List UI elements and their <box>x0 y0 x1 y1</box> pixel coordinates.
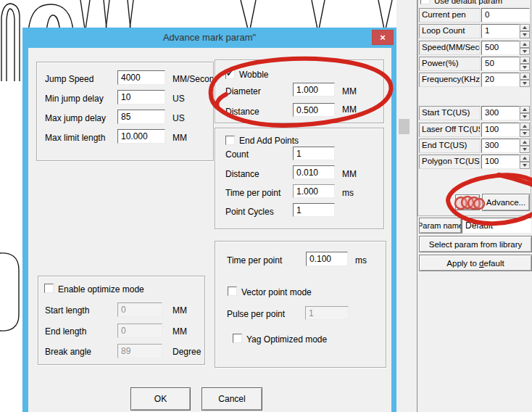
dialog-titlebar[interactable]: Advance mark param" <box>22 28 396 48</box>
power-input[interactable]: 50 <box>481 57 520 71</box>
max-jump-delay-label: Max jump delay <box>45 113 106 123</box>
end-add-points-checkbox[interactable] <box>225 136 235 145</box>
param-name-input[interactable]: Default <box>462 218 532 234</box>
max-jump-delay-unit: US <box>173 113 213 123</box>
yag-optimized-label: Yag Optimized mode <box>246 334 327 345</box>
count-label: Count <box>225 149 249 160</box>
end-length-input: 0 <box>117 324 162 338</box>
vector-point-mode-checkbox[interactable] <box>228 287 237 296</box>
spinner-down-icon[interactable] <box>520 113 530 120</box>
advance-button[interactable]: Advance... <box>482 194 530 211</box>
param-label-cell: Start TC(US) <box>419 106 481 120</box>
yag-optimized-checkbox[interactable] <box>233 334 242 343</box>
use-default-param-checkbox[interactable] <box>420 0 430 4</box>
spinner-down-icon[interactable] <box>520 162 530 169</box>
enable-optimize-label: Enable optimize mode <box>58 284 144 294</box>
min-jump-delay-unit: US <box>173 94 213 104</box>
eap-distance-unit: MM <box>342 169 371 179</box>
spinner-down-icon[interactable] <box>520 64 530 71</box>
eap-distance-label: Distance <box>225 169 259 179</box>
ok-button[interactable]: OK <box>130 387 191 411</box>
loop-count-spinner[interactable] <box>520 24 530 38</box>
laser-off-tc-input[interactable]: 100 <box>481 123 520 137</box>
param-label-cell: Laser Off TC(US) <box>419 123 481 137</box>
cancel-button[interactable]: Cancel <box>201 387 262 411</box>
spinner-down-icon[interactable] <box>520 130 530 137</box>
pulse-per-point-input: 1 <box>305 306 349 320</box>
laser-off-tc-spinner[interactable] <box>520 123 530 137</box>
app-background-strip <box>396 0 417 412</box>
polygon-tc-spinner[interactable] <box>520 154 530 169</box>
distance-input[interactable]: 0.500 <box>293 103 335 117</box>
start-tc-input[interactable]: 300 <box>481 106 520 120</box>
start-length-input: 0 <box>117 302 162 317</box>
spinner-up-icon[interactable] <box>520 24 530 31</box>
power-spinner[interactable] <box>520 57 530 71</box>
time-per-point-input[interactable]: 0.100 <box>306 252 348 266</box>
loop-count-input[interactable]: 1 <box>481 24 520 38</box>
spinner-down-icon[interactable] <box>520 146 530 153</box>
eap-time-input[interactable]: 1.000 <box>293 184 335 198</box>
spinner-down-icon[interactable] <box>520 48 530 55</box>
start-length-label: Start length <box>45 305 89 316</box>
break-angle-input: 89 <box>117 344 162 358</box>
spinner-up-icon[interactable] <box>520 73 530 80</box>
end-tc-input[interactable]: 300 <box>481 139 520 153</box>
vector-point-mode-label: Vector point mode <box>241 287 312 297</box>
diameter-input[interactable]: 1.000 <box>293 83 335 96</box>
max-limit-length-input[interactable]: 10.000 <box>117 129 165 144</box>
spinner-down-icon[interactable] <box>520 31 530 38</box>
speed-spinner[interactable] <box>520 41 530 55</box>
current-pen-input[interactable]: 0 <box>481 8 530 22</box>
end-tc-spinner[interactable] <box>520 139 530 153</box>
jump-speed-label: Jump Speed <box>45 74 93 84</box>
check-icon: ✓ <box>226 68 233 78</box>
spinner-up-icon[interactable] <box>520 154 530 162</box>
start-length-unit: MM <box>173 305 209 316</box>
end-length-label: End length <box>45 326 86 337</box>
count-input[interactable]: 1 <box>293 147 335 160</box>
param-label-cell: Power(%) <box>419 57 481 71</box>
splitter-scroll-thumb[interactable] <box>399 119 410 134</box>
distance-unit: MM <box>342 104 371 115</box>
spinner-up-icon[interactable] <box>520 106 530 113</box>
frequency-input[interactable]: 20 <box>481 73 520 87</box>
min-jump-delay-label: Min jump delay <box>45 94 104 104</box>
wobble-checkbox[interactable]: ✓ <box>225 70 235 79</box>
select-param-button[interactable]: Select param from library <box>419 236 532 252</box>
param-label-cell: Current pen <box>419 8 481 22</box>
speed-input[interactable]: 500 <box>481 41 520 55</box>
enable-optimize-checkbox[interactable] <box>44 284 54 293</box>
time-per-point-label: Time per point <box>227 255 282 265</box>
min-jump-delay-input[interactable]: 10 <box>117 90 165 104</box>
point-cycles-input[interactable]: 1 <box>293 203 335 217</box>
pulse-per-point-label: Pulse per point <box>227 309 285 319</box>
use-default-param-label: Use default param <box>434 0 502 6</box>
wobble-label: Wobble <box>239 70 268 80</box>
polygon-tc-input[interactable]: 100 <box>481 154 520 169</box>
param-label-cell: Frequency(KHz) <box>419 73 481 87</box>
param-label-cell: Loop Count <box>419 24 481 38</box>
eap-distance-input[interactable]: 0.010 <box>293 165 335 179</box>
spinner-up-icon[interactable] <box>520 123 530 130</box>
point-cycles-label: Point Cycles <box>225 207 274 217</box>
spinner-up-icon[interactable] <box>520 57 530 64</box>
mini-button[interactable] <box>455 194 480 210</box>
spinner-up-icon[interactable] <box>520 41 530 48</box>
max-limit-length-unit: MM <box>173 133 213 143</box>
apply-default-button[interactable]: Apply to default <box>419 255 532 271</box>
jump-speed-input[interactable]: 4000 <box>117 70 165 85</box>
spinner-down-icon[interactable] <box>520 80 530 87</box>
max-jump-delay-input[interactable]: 85 <box>117 110 165 124</box>
close-icon[interactable]: × <box>372 30 394 45</box>
jump-speed-unit: MM/Second <box>173 74 213 84</box>
diameter-label: Diameter <box>225 86 261 96</box>
spinner-up-icon[interactable] <box>520 139 530 146</box>
eap-time-unit: ms <box>342 188 371 198</box>
frequency-spinner[interactable] <box>520 73 530 87</box>
break-angle-label: Break angle <box>45 347 91 357</box>
end-length-unit: MM <box>173 326 209 337</box>
apply-label-pre: Apply to <box>446 259 479 268</box>
distance-label: Distance <box>225 107 259 117</box>
start-tc-spinner[interactable] <box>520 106 530 120</box>
